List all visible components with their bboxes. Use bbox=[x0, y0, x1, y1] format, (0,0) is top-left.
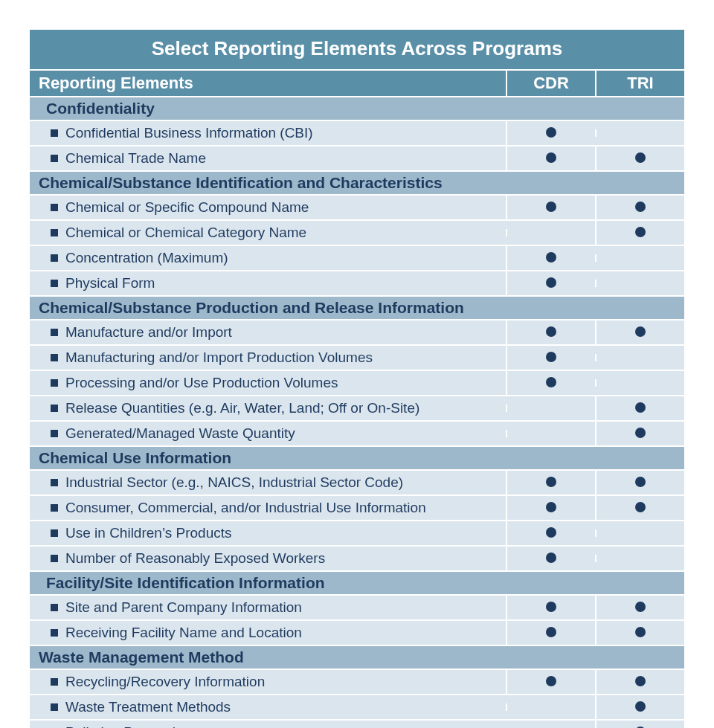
cdr-cell bbox=[506, 196, 595, 219]
dot-icon bbox=[635, 152, 646, 163]
tri-cell bbox=[595, 422, 684, 445]
dot-icon bbox=[546, 377, 556, 387]
row-label: Recycling/Recovery Information bbox=[30, 670, 506, 694]
dot-icon bbox=[635, 701, 646, 712]
square-bullet-icon bbox=[51, 678, 58, 686]
square-bullet-icon bbox=[51, 629, 58, 637]
section-header: Confidentiality bbox=[30, 96, 684, 120]
table-row: Chemical or Chemical Category Name bbox=[30, 219, 684, 245]
tri-cell bbox=[595, 129, 684, 137]
square-bullet-icon bbox=[51, 479, 58, 486]
table-body: ConfidentialityConfidential Business Inf… bbox=[30, 96, 684, 728]
row-label: Generated/Managed Waste Quantity bbox=[30, 422, 506, 445]
cdr-cell bbox=[506, 229, 595, 236]
dot-icon bbox=[546, 527, 556, 538]
square-bullet-icon bbox=[51, 280, 58, 287]
cdr-cell bbox=[506, 405, 595, 412]
square-bullet-icon bbox=[51, 254, 58, 262]
row-label: Manufacture and/or Import bbox=[30, 320, 506, 344]
dot-icon bbox=[546, 352, 556, 362]
table-row: Processing and/or Use Production Volumes bbox=[30, 370, 684, 395]
cdr-cell bbox=[506, 271, 595, 295]
cdr-cell bbox=[506, 596, 595, 619]
row-label-text: Waste Treatment Methods bbox=[65, 699, 231, 715]
row-label-text: Recycling/Recovery Information bbox=[65, 674, 265, 689]
header-tri: TRI bbox=[595, 71, 684, 96]
section-header: Chemical Use Information bbox=[30, 445, 684, 469]
tri-cell bbox=[595, 555, 684, 562]
row-label: Use in Children’s Products bbox=[30, 521, 506, 545]
table-row: Generated/Managed Waste Quantity bbox=[30, 420, 684, 445]
dot-icon bbox=[546, 553, 556, 563]
dot-icon bbox=[635, 202, 646, 212]
dot-icon bbox=[635, 502, 646, 512]
row-label-text: Number of Reasonably Exposed Workers bbox=[65, 550, 325, 566]
row-label-text: Receiving Facility Name and Location bbox=[65, 625, 302, 640]
dot-icon bbox=[546, 127, 556, 138]
row-label: Chemical or Chemical Category Name bbox=[30, 221, 506, 245]
row-label: Release Quantities (e.g. Air, Water, Lan… bbox=[30, 396, 506, 420]
square-bullet-icon bbox=[51, 155, 58, 162]
row-label: Concentration (Maximum) bbox=[30, 246, 506, 270]
cdr-cell bbox=[506, 430, 595, 437]
row-label: Physical Form bbox=[30, 271, 506, 295]
tri-cell bbox=[595, 695, 684, 719]
dot-icon bbox=[546, 202, 556, 212]
header-cdr: CDR bbox=[506, 71, 595, 96]
tri-cell bbox=[595, 320, 684, 344]
cdr-cell bbox=[506, 371, 595, 395]
header-reporting-elements: Reporting Elements bbox=[30, 71, 506, 96]
row-label-text: Chemical Trade Name bbox=[65, 150, 206, 166]
cdr-cell bbox=[506, 703, 595, 711]
cdr-cell bbox=[506, 320, 595, 344]
dot-icon bbox=[635, 402, 646, 413]
tri-cell bbox=[595, 221, 684, 245]
row-label: Chemical Trade Name bbox=[30, 146, 506, 170]
row-label-text: Generated/Managed Waste Quantity bbox=[65, 425, 295, 441]
row-label: Manufacturing and/or Import Production V… bbox=[30, 346, 506, 370]
cdr-cell bbox=[506, 521, 595, 545]
row-label: Confidential Business Information (CBI) bbox=[30, 121, 506, 145]
table-row: Number of Reasonably Exposed Workers bbox=[30, 545, 684, 570]
section-header: Chemical/Substance Production and Releas… bbox=[30, 295, 684, 319]
square-bullet-icon bbox=[51, 405, 58, 412]
table-row: Concentration (Maximum) bbox=[30, 245, 684, 270]
row-label-text: Concentration (Maximum) bbox=[65, 250, 228, 265]
dot-icon bbox=[635, 326, 646, 337]
cdr-cell bbox=[506, 246, 595, 270]
square-bullet-icon bbox=[51, 229, 58, 236]
table-row: Release Quantities (e.g. Air, Water, Lan… bbox=[30, 395, 684, 420]
square-bullet-icon bbox=[51, 354, 58, 361]
tri-cell bbox=[595, 196, 684, 219]
row-label: Number of Reasonably Exposed Workers bbox=[30, 547, 506, 570]
dot-icon bbox=[546, 676, 556, 686]
square-bullet-icon bbox=[51, 329, 58, 336]
tri-cell bbox=[595, 396, 684, 420]
dot-icon bbox=[635, 428, 646, 438]
tri-cell bbox=[595, 280, 684, 287]
table-row: Receiving Facility Name and Location bbox=[30, 619, 684, 645]
dot-icon bbox=[546, 477, 556, 487]
row-label: Pollution Prevention bbox=[30, 721, 506, 728]
table-row: Consumer, Commercial, and/or Industrial … bbox=[30, 495, 684, 520]
cdr-cell bbox=[506, 121, 595, 145]
row-label-text: Chemical or Chemical Category Name bbox=[65, 225, 306, 240]
row-label: Waste Treatment Methods bbox=[30, 695, 506, 719]
table-row: Physical Form bbox=[30, 270, 684, 295]
row-label: Site and Parent Company Information bbox=[30, 596, 506, 619]
dot-icon bbox=[635, 477, 646, 487]
square-bullet-icon bbox=[51, 504, 58, 512]
row-label-text: Industrial Sector (e.g., NAICS, Industri… bbox=[65, 474, 403, 490]
row-label-text: Use in Children’s Products bbox=[65, 525, 232, 541]
row-label: Receiving Facility Name and Location bbox=[30, 621, 506, 645]
square-bullet-icon bbox=[51, 430, 58, 437]
tri-cell bbox=[595, 670, 684, 694]
row-label: Consumer, Commercial, and/or Industrial … bbox=[30, 496, 506, 520]
table-row: Manufacture and/or Import bbox=[30, 319, 684, 344]
row-label-text: Confidential Business Information (CBI) bbox=[65, 125, 313, 141]
row-label-text: Manufacture and/or Import bbox=[65, 324, 232, 340]
dot-icon bbox=[546, 326, 556, 337]
square-bullet-icon bbox=[51, 529, 58, 537]
row-label-text: Physical Form bbox=[65, 275, 155, 291]
row-label-text: Processing and/or Use Production Volumes bbox=[65, 375, 338, 390]
